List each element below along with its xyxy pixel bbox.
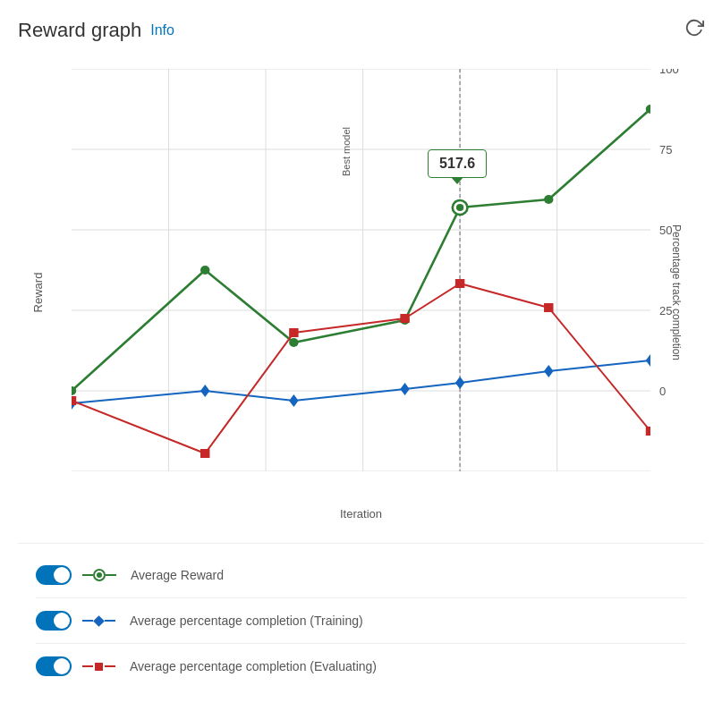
legend-dot-training [93, 615, 105, 627]
page-title: Reward graph [18, 19, 141, 42]
svg-point-15 [289, 338, 298, 347]
svg-point-19 [544, 195, 553, 204]
svg-rect-31 [400, 314, 409, 323]
toggle-evaluating[interactable] [36, 656, 72, 676]
chart-container: Reward Best model [18, 60, 704, 525]
svg-text:75: 75 [659, 143, 672, 157]
legend-label-training: Average percentage completion (Training) [130, 614, 363, 628]
svg-point-18 [456, 204, 463, 211]
svg-text:0: 0 [659, 385, 666, 398]
legend-dot-reward [95, 571, 104, 580]
legend-item-reward: Average Reward [36, 553, 686, 598]
svg-rect-34 [646, 427, 650, 436]
legend-item-evaluating: Average percentage completion (Evaluatin… [36, 644, 686, 689]
svg-marker-27 [646, 354, 650, 367]
y-axis-left-label: Reward [31, 273, 45, 313]
legend-label-reward: Average Reward [131, 568, 224, 582]
toggle-reward[interactable] [36, 565, 72, 585]
svg-text:50: 50 [659, 224, 672, 237]
svg-text:100: 100 [659, 69, 679, 76]
legend-item-training: Average percentage completion (Training) [36, 598, 686, 644]
svg-marker-23 [289, 394, 298, 407]
svg-rect-29 [200, 449, 209, 458]
svg-text:Best model: Best model [341, 127, 352, 176]
legend-label-evaluating: Average percentage completion (Evaluatin… [130, 659, 377, 673]
header-left: Reward graph Info [18, 19, 174, 42]
legend-line-reward [82, 571, 116, 580]
legend-dot-evaluating [95, 663, 103, 671]
svg-marker-24 [400, 383, 409, 395]
legend-container: Average Reward Average percentage comple… [18, 543, 704, 698]
chart-svg: Best model [72, 69, 650, 471]
svg-rect-33 [544, 303, 553, 312]
legend-line-evaluating [82, 663, 115, 671]
svg-marker-25 [455, 377, 464, 389]
svg-marker-26 [544, 365, 553, 377]
page-header: Reward graph Info [18, 18, 704, 42]
svg-rect-28 [72, 396, 76, 405]
info-link[interactable]: Info [150, 22, 174, 38]
refresh-button[interactable] [684, 18, 704, 42]
svg-rect-30 [289, 328, 298, 337]
toggle-training[interactable] [36, 611, 72, 631]
x-axis-label: Iteration [340, 507, 382, 521]
svg-text:25: 25 [659, 304, 672, 317]
legend-line-training [82, 617, 115, 625]
svg-rect-32 [455, 279, 464, 288]
svg-point-14 [200, 266, 209, 275]
svg-marker-22 [200, 385, 209, 397]
right-axis: 100 75 50 25 0 [655, 69, 704, 471]
